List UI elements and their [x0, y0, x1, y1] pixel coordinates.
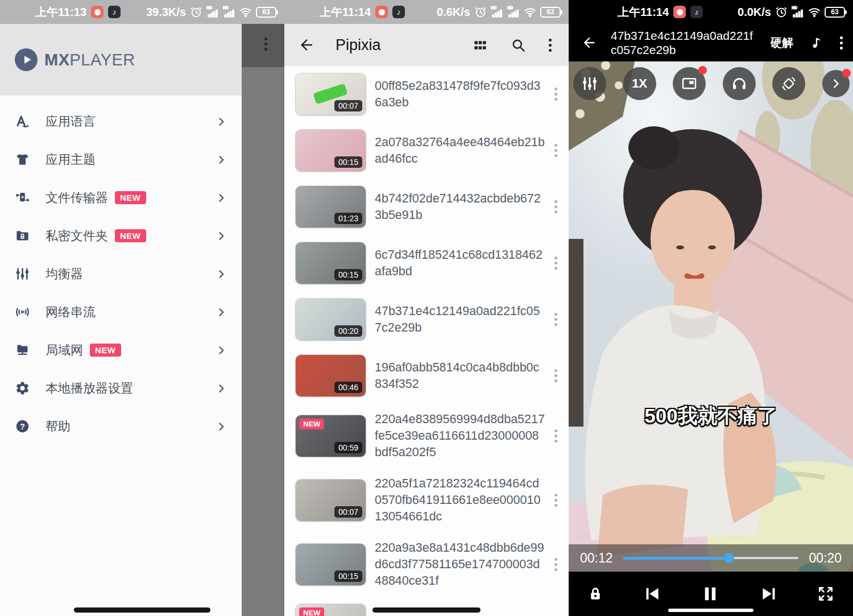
- duration-badge: 00:15: [334, 269, 362, 280]
- previous-button[interactable]: [643, 584, 662, 603]
- status-bar: 上午11:13 ♪ 39.3K/s 63: [0, 0, 284, 24]
- item-more-button[interactable]: [554, 88, 557, 101]
- more-button[interactable]: [840, 36, 843, 49]
- headset-button[interactable]: [723, 67, 756, 100]
- more-button[interactable]: [549, 39, 552, 52]
- drawer-menu-item[interactable]: 本地播放器设置: [0, 369, 242, 407]
- item-more-button[interactable]: [554, 200, 557, 213]
- menu-item-label: 应用语言: [45, 113, 96, 130]
- list-item[interactable]: 00:20 47b371e4c12149a0ad221fc057c2e29b: [284, 291, 569, 348]
- pip-button[interactable]: [673, 67, 706, 100]
- drawer-scrim[interactable]: [242, 24, 284, 616]
- video-thumbnail[interactable]: 00:07: [296, 73, 366, 115]
- seek-fill: [623, 557, 730, 560]
- eq-icon: [15, 266, 30, 282]
- rotate-button[interactable]: [772, 67, 805, 100]
- item-more-button[interactable]: [554, 313, 557, 326]
- home-indicator[interactable]: [668, 609, 753, 612]
- drawer-menu-item[interactable]: 应用主题: [0, 140, 242, 179]
- menu-item-label: 文件传输器: [45, 189, 108, 206]
- drawer-menu-item[interactable]: 应用语言: [0, 102, 242, 140]
- playback-speed-button[interactable]: 1X: [623, 67, 656, 100]
- list-item[interactable]: 00:07 00ff85e2a831478f9fe7fc093d36a3eb: [284, 66, 569, 122]
- list-item[interactable]: 01:23 4b742f02de714432acbdeb6723b5e91b: [284, 179, 569, 235]
- screen-record-icon: [673, 6, 686, 18]
- brand-wordmark: MXPLAYER: [44, 51, 135, 69]
- tiktok-icon: ♪: [690, 6, 703, 18]
- video-surface[interactable]: 500我就不痛了: [569, 51, 853, 616]
- status-bar: 上午11:14 ♪ 0.6K/s 63: [284, 0, 569, 24]
- drawer-menu-item[interactable]: 均衡器: [0, 255, 242, 293]
- video-frame: [569, 51, 853, 616]
- video-thumbnail[interactable]: 00:15: [296, 242, 366, 284]
- drawer-menu-item[interactable]: 私密文件夹 NEW: [0, 217, 242, 255]
- item-more-button[interactable]: [554, 558, 557, 571]
- composite-screenshot: 上午11:13 ♪ 39.3K/s 63 MXPLAYER: [0, 0, 853, 616]
- battery-indicator: 63: [540, 7, 561, 18]
- menu-item-label: 私密文件夹: [45, 228, 108, 245]
- video-thumbnail[interactable]: NEW: [296, 604, 366, 616]
- signal-icon: [223, 6, 235, 18]
- seek-handle[interactable]: [724, 553, 734, 563]
- new-badge: NEW: [115, 191, 146, 204]
- item-more-button[interactable]: [554, 494, 557, 507]
- expand-more-controls-button[interactable]: [822, 70, 850, 97]
- signal-icon: [206, 6, 219, 18]
- item-more-button[interactable]: [554, 369, 557, 382]
- seek-slider[interactable]: [623, 553, 799, 563]
- video-thumbnail[interactable]: 01:23: [296, 186, 366, 228]
- notification-dot: [842, 69, 851, 77]
- clock-text: 上午11:14: [618, 5, 669, 20]
- menu-item-label: 本地播放器设置: [45, 380, 133, 397]
- new-badge: NEW: [299, 607, 324, 616]
- list-item[interactable]: 00:15 220a9a3e8a1431c48dbb6de99d6cd3f775…: [284, 532, 569, 597]
- list-item[interactable]: 00:15 6c7d34ff185241c68cd1318462afa9bd: [284, 235, 569, 291]
- drawer-menu-item[interactable]: 文件传输器 NEW: [0, 179, 242, 217]
- pause-button[interactable]: [700, 584, 721, 604]
- drawer-menu-item[interactable]: 网络串流: [0, 293, 242, 331]
- list-item[interactable]: 00:07 220a5f1a72182324c119464cd0570fb641…: [284, 468, 569, 532]
- chevron-right-icon: [216, 154, 227, 166]
- list-item[interactable]: NEW 220a3804fc03a394af0b8a84e2: [284, 597, 569, 616]
- drawer-menu-item[interactable]: 局域网 NEW: [0, 331, 242, 369]
- clock-text: 上午11:13: [35, 5, 86, 20]
- video-thumbnail[interactable]: 00:15: [296, 130, 366, 171]
- video-thumbnail[interactable]: 00:46: [296, 355, 366, 396]
- video-thumbnail[interactable]: NEW 00:59: [296, 415, 366, 457]
- search-button[interactable]: [511, 38, 526, 53]
- grid-view-button[interactable]: [473, 38, 488, 53]
- battery-indicator: 63: [825, 7, 845, 18]
- home-indicator[interactable]: [74, 607, 210, 613]
- item-more-button[interactable]: [554, 257, 557, 270]
- video-thumbnail[interactable]: 00:20: [296, 299, 366, 340]
- audio-track-button[interactable]: [809, 35, 824, 50]
- decoder-toggle[interactable]: 硬解: [771, 35, 793, 51]
- gear-icon: [15, 381, 30, 396]
- duration-badge: 00:15: [334, 570, 362, 582]
- drawer-menu-item[interactable]: 帮助: [0, 407, 242, 445]
- lock-button[interactable]: [587, 585, 604, 602]
- list-item[interactable]: 00:46 196af0abb5814c0ca4b8dbb0c834f352: [284, 348, 569, 404]
- stream-icon: [15, 304, 30, 320]
- item-more-button[interactable]: [554, 429, 557, 443]
- item-more-button[interactable]: [554, 144, 557, 157]
- back-button[interactable]: [298, 36, 315, 53]
- list-item[interactable]: 00:15 2a078a32764a4ee48464eb21bad46fcc: [284, 122, 569, 179]
- elapsed-time: 00:12: [580, 551, 613, 566]
- menu-item-label: 均衡器: [45, 266, 83, 283]
- wifi-icon: [239, 6, 252, 18]
- chevron-right-icon: [216, 268, 227, 280]
- back-button[interactable]: [581, 35, 597, 51]
- equalizer-button[interactable]: [573, 67, 606, 100]
- video-thumbnail[interactable]: 00:15: [296, 544, 366, 585]
- next-button[interactable]: [759, 584, 779, 603]
- list-item[interactable]: NEW 00:59 220a4e8389569994d8dba5217fe5ce…: [284, 404, 569, 468]
- home-indicator[interactable]: [372, 607, 481, 613]
- file-name: 196af0abb5814c0ca4b8dbb0c834f352: [375, 359, 545, 392]
- chevron-right-icon: [216, 345, 227, 356]
- fullscreen-button[interactable]: [817, 585, 835, 603]
- wifi-icon: [524, 6, 536, 18]
- menu-item-label: 帮助: [45, 418, 71, 435]
- panel-file-list: 上午11:14 ♪ 0.6K/s 63 Pipixia: [284, 0, 569, 616]
- video-thumbnail[interactable]: 00:07: [296, 479, 366, 521]
